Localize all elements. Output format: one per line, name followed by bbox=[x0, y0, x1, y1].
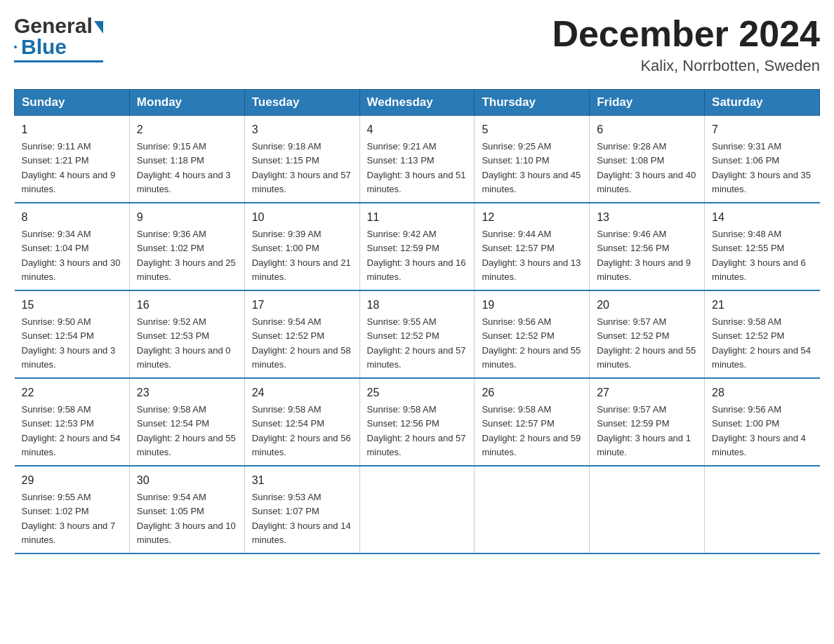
sunset-info: Sunset: 12:55 PM bbox=[712, 243, 784, 253]
day-number: 21 bbox=[712, 297, 812, 314]
daylight-info: Daylight: 3 hours and 13 minutes. bbox=[482, 257, 581, 282]
day-number: 4 bbox=[367, 121, 468, 138]
month-title: December 2024 bbox=[552, 14, 820, 54]
calendar-cell: 27Sunrise: 9:57 AMSunset: 12:59 PMDaylig… bbox=[590, 378, 705, 466]
sunrise-info: Sunrise: 9:11 AM bbox=[22, 141, 91, 152]
daylight-info: Daylight: 3 hours and 10 minutes. bbox=[137, 521, 236, 545]
calendar-cell bbox=[475, 466, 590, 554]
day-number: 16 bbox=[137, 297, 237, 314]
calendar-week-row: 22Sunrise: 9:58 AMSunset: 12:53 PMDaylig… bbox=[15, 378, 820, 466]
day-number: 26 bbox=[482, 384, 582, 401]
daylight-info: Daylight: 3 hours and 35 minutes. bbox=[712, 170, 811, 194]
sunrise-info: Sunrise: 9:46 AM bbox=[597, 229, 666, 239]
sunrise-info: Sunrise: 9:54 AM bbox=[252, 316, 322, 327]
weekday-header-row: SundayMondayTuesdayWednesdayThursdayFrid… bbox=[15, 90, 820, 116]
sunset-info: Sunset: 12:54 PM bbox=[252, 418, 324, 429]
day-number: 31 bbox=[252, 472, 352, 489]
logo-blue-text: Blue bbox=[21, 35, 67, 59]
daylight-info: Daylight: 2 hours and 54 minutes. bbox=[22, 433, 121, 457]
sunset-info: Sunset: 12:52 PM bbox=[597, 330, 669, 341]
daylight-info: Daylight: 3 hours and 4 minutes. bbox=[712, 433, 806, 457]
sunrise-info: Sunrise: 9:39 AM bbox=[252, 229, 322, 239]
daylight-info: Daylight: 2 hours and 58 minutes. bbox=[252, 345, 351, 370]
sunset-info: Sunset: 1:06 PM bbox=[712, 155, 779, 166]
sunrise-info: Sunrise: 9:57 AM bbox=[597, 316, 666, 327]
sunset-info: Sunset: 12:57 PM bbox=[482, 243, 554, 253]
sunset-info: Sunset: 12:56 PM bbox=[367, 418, 439, 429]
day-number: 20 bbox=[597, 297, 697, 314]
daylight-info: Daylight: 2 hours and 54 minutes. bbox=[712, 345, 811, 370]
calendar-cell: 10Sunrise: 9:39 AMSunset: 1:00 PMDayligh… bbox=[244, 203, 359, 290]
daylight-info: Daylight: 2 hours and 55 minutes. bbox=[482, 345, 581, 370]
page-header: General Blue December 2024 Kalix, Norrbo… bbox=[14, 14, 820, 75]
sunset-info: Sunset: 1:21 PM bbox=[22, 155, 89, 166]
calendar-cell: 8Sunrise: 9:34 AMSunset: 1:04 PMDaylight… bbox=[15, 203, 130, 290]
sunset-info: Sunset: 12:56 PM bbox=[597, 243, 669, 253]
day-number: 25 bbox=[367, 384, 468, 401]
sunrise-info: Sunrise: 9:48 AM bbox=[712, 229, 781, 239]
daylight-info: Daylight: 3 hours and 9 minutes. bbox=[597, 257, 691, 282]
daylight-info: Daylight: 3 hours and 45 minutes. bbox=[482, 170, 581, 194]
calendar-cell bbox=[359, 466, 475, 554]
daylight-info: Daylight: 2 hours and 55 minutes. bbox=[597, 345, 696, 370]
calendar-cell: 7Sunrise: 9:31 AMSunset: 1:06 PMDaylight… bbox=[705, 116, 820, 203]
weekday-header-thursday: Thursday bbox=[475, 90, 590, 116]
calendar-cell: 1Sunrise: 9:11 AMSunset: 1:21 PMDaylight… bbox=[15, 116, 130, 203]
daylight-info: Daylight: 3 hours and 30 minutes. bbox=[22, 257, 121, 282]
day-number: 1 bbox=[22, 121, 122, 138]
calendar-cell bbox=[705, 466, 820, 554]
day-number: 11 bbox=[367, 209, 468, 226]
day-number: 30 bbox=[137, 472, 237, 489]
day-number: 13 bbox=[597, 209, 697, 226]
daylight-info: Daylight: 3 hours and 6 minutes. bbox=[712, 257, 806, 282]
day-number: 14 bbox=[712, 209, 812, 226]
day-number: 29 bbox=[22, 472, 122, 489]
weekday-header-tuesday: Tuesday bbox=[244, 90, 359, 116]
calendar-week-row: 1Sunrise: 9:11 AMSunset: 1:21 PMDaylight… bbox=[15, 116, 820, 203]
sunrise-info: Sunrise: 9:55 AM bbox=[367, 316, 437, 327]
daylight-info: Daylight: 3 hours and 1 minute. bbox=[597, 433, 691, 457]
sunrise-info: Sunrise: 9:31 AM bbox=[712, 141, 781, 152]
sunrise-info: Sunrise: 9:34 AM bbox=[22, 229, 91, 239]
sunset-info: Sunset: 1:10 PM bbox=[482, 155, 549, 166]
day-number: 27 bbox=[597, 384, 697, 401]
logo-underline bbox=[14, 60, 103, 62]
calendar-cell: 29Sunrise: 9:55 AMSunset: 1:02 PMDayligh… bbox=[15, 466, 130, 554]
day-number: 23 bbox=[137, 384, 237, 401]
daylight-info: Daylight: 2 hours and 56 minutes. bbox=[252, 433, 351, 457]
sunrise-info: Sunrise: 9:58 AM bbox=[712, 316, 781, 327]
sunset-info: Sunset: 1:05 PM bbox=[137, 506, 204, 516]
day-number: 9 bbox=[137, 209, 237, 226]
sunrise-info: Sunrise: 9:18 AM bbox=[252, 141, 322, 152]
sunset-info: Sunset: 12:59 PM bbox=[367, 243, 439, 253]
sunset-info: Sunset: 12:52 PM bbox=[482, 330, 554, 341]
sunset-info: Sunset: 12:53 PM bbox=[22, 418, 94, 429]
daylight-info: Daylight: 3 hours and 14 minutes. bbox=[252, 521, 351, 545]
daylight-info: Daylight: 3 hours and 0 minutes. bbox=[137, 345, 231, 370]
day-number: 19 bbox=[482, 297, 582, 314]
sunrise-info: Sunrise: 9:50 AM bbox=[22, 316, 91, 327]
daylight-info: Daylight: 3 hours and 57 minutes. bbox=[252, 170, 351, 194]
daylight-info: Daylight: 4 hours and 3 minutes. bbox=[137, 170, 231, 194]
day-number: 8 bbox=[22, 209, 122, 226]
daylight-info: Daylight: 2 hours and 55 minutes. bbox=[137, 433, 236, 457]
day-number: 28 bbox=[712, 384, 812, 401]
sunset-info: Sunset: 1:02 PM bbox=[22, 506, 89, 516]
sunrise-info: Sunrise: 9:58 AM bbox=[252, 404, 322, 415]
sunset-info: Sunset: 1:15 PM bbox=[252, 155, 319, 166]
sunrise-info: Sunrise: 9:55 AM bbox=[22, 492, 91, 502]
daylight-info: Daylight: 3 hours and 3 minutes. bbox=[22, 345, 116, 370]
sunrise-info: Sunrise: 9:36 AM bbox=[137, 229, 206, 239]
day-number: 15 bbox=[22, 297, 122, 314]
weekday-header-wednesday: Wednesday bbox=[359, 90, 475, 116]
daylight-info: Daylight: 2 hours and 57 minutes. bbox=[367, 433, 466, 457]
calendar-cell: 15Sunrise: 9:50 AMSunset: 12:54 PMDaylig… bbox=[15, 290, 130, 378]
day-number: 24 bbox=[252, 384, 352, 401]
calendar-cell: 6Sunrise: 9:28 AMSunset: 1:08 PMDaylight… bbox=[590, 116, 705, 203]
day-number: 10 bbox=[252, 209, 352, 226]
sunset-info: Sunset: 1:00 PM bbox=[712, 418, 779, 429]
daylight-info: Daylight: 2 hours and 57 minutes. bbox=[367, 345, 466, 370]
calendar-cell: 20Sunrise: 9:57 AMSunset: 12:52 PMDaylig… bbox=[590, 290, 705, 378]
daylight-info: Daylight: 2 hours and 59 minutes. bbox=[482, 433, 581, 457]
calendar-week-row: 29Sunrise: 9:55 AMSunset: 1:02 PMDayligh… bbox=[15, 466, 820, 554]
